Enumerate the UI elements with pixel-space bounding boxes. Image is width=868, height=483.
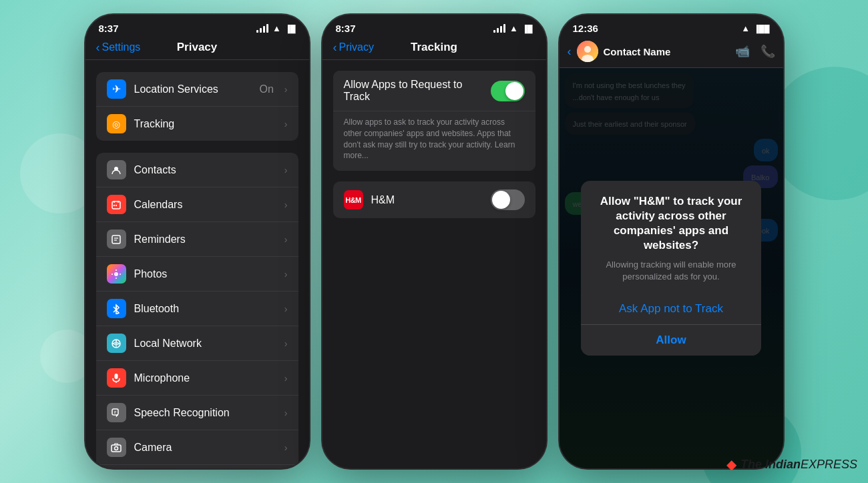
watermark-text: The IndianEXPRESS [740,458,857,472]
svg-rect-6 [112,235,120,244]
tracking-dialog: Allow "H&M" to track your activity acros… [581,181,761,356]
status-bar-1: 8:37 ▲ ▐█ [85,15,309,37]
nav-back-2[interactable]: ‹ Privacy [333,41,387,53]
dialog-overlay: Allow "H&M" to track your activity acros… [560,68,783,468]
status-icons-2: ▲ ▐█ [493,23,532,33]
status-icons-1: ▲ ▐█ [256,23,295,33]
settings-group-location: ✈ Location Services On › ◎ Tracking › [96,72,298,141]
signal-icon-1 [256,24,268,33]
localnetwork-label: Local Network [134,338,276,350]
phone3-nav: ‹ Contact Name 📹 📞 [560,37,783,68]
settings-group-apps: Contacts › Calendars › Rem [96,153,298,468]
settings-item-bluetooth[interactable]: Bluetooth › [96,292,298,326]
nav-bar-1: ‹ Settings Privacy [85,37,309,60]
hm-toggle[interactable] [491,189,525,210]
settings-item-health[interactable]: Health › [96,465,298,468]
settings-item-reminders[interactable]: Reminders › [96,222,298,257]
phone-privacy: 8:37 ▲ ▐█ ‹ Settings Privacy [85,15,309,468]
tracking-chevron: › [284,119,288,129]
svg-rect-25 [112,445,121,452]
settings-item-localnetwork[interactable]: Local Network › [96,326,298,361]
dialog-subtitle: Allowing tracking will enable more perso… [581,259,761,294]
allow-track-row: Allow Apps to Request to Track [333,71,535,111]
photos-label: Photos [134,268,276,280]
status-bar-2: 8:37 ▲ ▐█ [322,15,546,37]
allow-track-label: Allow Apps to Request to Track [344,79,491,103]
watermark-diamond: ◆ [726,456,736,472]
microphone-label: Microphone [134,372,276,384]
back-chevron-1: ‹ [96,41,100,53]
call-icons: 📹 📞 [735,44,775,59]
wifi-icon-1: ▲ [272,23,281,33]
status-time-2: 8:37 [336,23,356,34]
settings-item-tracking[interactable]: ◎ Tracking › [96,107,298,141]
tracking-description: Allow apps to ask to track your activity… [333,111,535,171]
status-icons-3: ▲ ▐██ [741,23,769,33]
location-label: Location Services [134,83,252,95]
back-chevron-2: ‹ [333,41,337,53]
battery-icon-3: ▐██ [754,25,769,33]
contacts-icon [107,160,126,179]
nav-title-2: Tracking [387,41,482,54]
settings-item-microphone[interactable]: Microphone › [96,361,298,396]
svg-rect-4 [114,205,115,206]
settings-list-1: ✈ Location Services On › ◎ Tracking › [85,60,309,468]
hm-logo: H&M [344,190,363,209]
svg-point-29 [584,46,591,53]
settings-item-location[interactable]: ✈ Location Services On › [96,72,298,107]
battery-icon-1: ▐█ [285,25,296,33]
calendars-label: Calendars [134,199,276,211]
nav-back-1[interactable]: ‹ Settings [96,41,150,53]
camera-icon [107,438,126,457]
hm-row[interactable]: H&M H&M [333,181,535,218]
svg-point-26 [115,446,118,450]
settings-item-calendars[interactable]: Calendars › [96,187,298,222]
reminders-icon [107,229,126,249]
location-chevron: › [284,84,288,95]
allow-track-toggle[interactable] [491,81,525,101]
settings-item-photos[interactable]: Photos › [96,257,298,292]
back-label-1: Settings [102,41,141,53]
speech-icon [107,403,126,422]
photos-icon [107,264,126,284]
watermark: ◆ The IndianEXPRESS [726,456,857,472]
settings-item-speech[interactable]: Speech Recognition › [96,396,298,430]
localnetwork-icon [107,334,126,353]
tracking-main: Allow Apps to Request to Track Allow app… [322,71,546,218]
calendars-icon [107,195,126,214]
signal-icon-2 [493,24,505,33]
tracking-label: Tracking [134,118,276,130]
camera-label: Camera [134,442,276,454]
allow-track-button[interactable]: Allow [581,325,761,356]
phone-icon[interactable]: 📞 [761,44,775,59]
phones-container: 8:37 ▲ ▐█ ‹ Settings Privacy [72,1,797,482]
contacts-label: Contacts [134,164,276,176]
status-time-3: 12:36 [573,23,598,34]
nav-title-1: Privacy [150,41,245,54]
status-bar-3: 12:36 ▲ ▐██ [560,15,783,37]
battery-icon-2: ▐█ [522,25,533,33]
status-time-1: 8:37 [99,23,119,34]
chat-content: I'm not using the best lunches they...do… [560,68,783,468]
back-label-2: Privacy [339,41,374,53]
back-btn-3[interactable]: ‹ [568,45,572,59]
hm-label: H&M [371,194,483,206]
contact-name: Contact Name [604,46,730,57]
phone-dialog: 12:36 ▲ ▐██ ‹ Contact Name 📹 📞 [560,15,783,468]
allow-track-section: Allow Apps to Request to Track Allow app… [333,71,535,171]
tracking-icon: ◎ [107,114,126,133]
wifi-icon-2: ▲ [509,23,518,33]
reminders-label: Reminders [134,233,276,246]
ask-not-track-button[interactable]: Ask App not to Track [581,294,761,324]
svg-rect-20 [115,374,118,379]
location-icon: ✈ [107,79,126,99]
wifi-icon-3: ▲ [741,23,750,33]
speech-label: Speech Recognition [134,407,276,419]
video-icon[interactable]: 📹 [735,44,750,59]
phone1-content: ✈ Location Services On › ◎ Tracking › [85,60,309,468]
svg-rect-5 [116,205,117,206]
settings-item-contacts[interactable]: Contacts › [96,153,298,187]
phone-tracking: 8:37 ▲ ▐█ ‹ Privacy Tracking [322,15,546,468]
settings-item-camera[interactable]: Camera › [96,430,298,465]
contact-avatar [577,41,598,62]
